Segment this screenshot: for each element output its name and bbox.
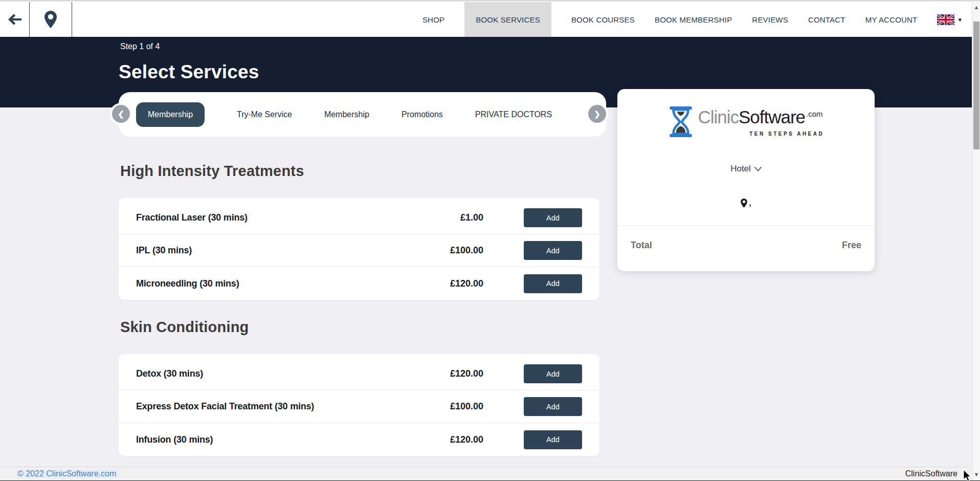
uk-flag-icon [937, 14, 954, 25]
add-service-button[interactable]: Add [524, 241, 582, 260]
chevron-down-icon [754, 167, 762, 171]
services-main: High Intensity TreatmentsFractional Lase… [119, 162, 599, 456]
tab-private-doctors[interactable]: PRIVATE DOCTORS [475, 110, 552, 119]
service-name: Fractional Laser (30 mins) [136, 212, 412, 223]
service-row-fractional-laser-30-mins-: Fractional Laser (30 mins)£1.00Add [119, 202, 599, 234]
total-label: Total [631, 240, 652, 251]
booking-summary-card: ClinicSoftware.com TEN STEPS AHEAD Hotel… [617, 89, 875, 271]
category-tabs: MembershipTry-Me ServiceMembershipPromot… [136, 102, 552, 127]
service-row-detox-30-mins-: Detox (30 mins)£120.00Add [119, 358, 599, 390]
section-title-skin-conditioning: Skin Conditioning [120, 318, 599, 336]
chevron-right-icon: ❯ [594, 110, 600, 119]
add-service-button[interactable]: Add [524, 364, 582, 383]
service-row-express-detox-facial-treatment-30-mins-: Express Detox Facial Treatment (30 mins)… [119, 390, 599, 423]
nav-item-my-account[interactable]: MY ACCOUNT [865, 2, 918, 37]
location-name: Hotel [730, 164, 751, 174]
add-service-button[interactable]: Add [524, 397, 582, 416]
add-service-button[interactable]: Add [524, 274, 582, 293]
tab-membership[interactable]: Membership [324, 110, 369, 119]
footer: © 2022 ClinicSoftware.com ClinicSoftware [0, 467, 980, 480]
cart-total-row: Total Free [617, 240, 875, 251]
nav-item-book-courses[interactable]: BOOK COURSES [571, 2, 635, 37]
section-title-high-intensity-treatments: High Intensity Treatments [120, 162, 599, 180]
location-dropdown[interactable]: Hotel [730, 164, 762, 174]
scroll-up-arrow[interactable]: ▲ [972, 3, 980, 11]
nav-menu: SHOPBOOK SERVICESBOOK COURSESBOOK MEMBER… [422, 2, 918, 37]
service-name: Express Detox Facial Treatment (30 mins) [136, 401, 412, 412]
footer-brand: ClinicSoftware [905, 469, 957, 478]
address-pin-icon [741, 199, 747, 208]
scrollbar-thumb[interactable] [973, 21, 979, 149]
hourglass-logo-icon [669, 106, 693, 137]
carousel-prev-button[interactable]: ❮ [112, 105, 130, 123]
service-card: Fractional Laser (30 mins)£1.00AddIPL (3… [119, 198, 599, 300]
brand-tagline: TEN STEPS AHEAD [745, 131, 822, 137]
clinicsoftware-logo: ClinicSoftware.com TEN STEPS AHEAD [669, 106, 822, 137]
clinic-address: , [741, 199, 751, 208]
service-row-microneedling-30-mins-: Microneedling (30 mins)£120.00Add [119, 267, 599, 300]
service-price: £1.00 [412, 212, 483, 223]
arrow-left-icon [8, 14, 21, 25]
nav-item-contact[interactable]: CONTACT [808, 2, 845, 37]
tab-try-me-service[interactable]: Try-Me Service [237, 110, 292, 119]
scroll-down-arrow[interactable]: ▼ [972, 470, 980, 478]
carousel-next-button[interactable]: ❯ [588, 105, 606, 123]
service-name: Detox (30 mins) [136, 368, 412, 379]
page-title: Select Services [119, 61, 259, 83]
category-tabs-bar: MembershipTry-Me ServiceMembershipPromot… [119, 92, 606, 137]
service-row-ipl-30-mins-: IPL (30 mins)£100.00Add [119, 234, 599, 267]
brand-wordmark: ClinicSoftware.com [698, 107, 822, 130]
location-pin-icon [44, 11, 57, 28]
language-selector[interactable]: ▾ [937, 14, 962, 25]
service-price: £100.00 [412, 401, 483, 412]
service-price: £120.00 [412, 278, 483, 289]
tab-membership[interactable]: Membership [136, 102, 205, 127]
footer-copyright-link[interactable]: © 2022 ClinicSoftware.com [16, 469, 119, 479]
location-button[interactable] [30, 2, 72, 37]
language-caret-icon: ▾ [958, 16, 962, 24]
nav-item-reviews[interactable]: REVIEWS [752, 2, 788, 37]
address-text: , [749, 199, 751, 208]
add-service-button[interactable]: Add [524, 430, 582, 449]
service-card: Detox (30 mins)£120.00AddExpress Detox F… [119, 354, 599, 456]
total-value: Free [842, 240, 861, 251]
chevron-left-icon: ❮ [118, 110, 124, 119]
service-name: Microneedling (30 mins) [136, 278, 412, 289]
nav-item-book-services[interactable]: BOOK SERVICES [464, 2, 551, 37]
service-name: IPL (30 mins) [136, 245, 412, 256]
service-price: £120.00 [412, 368, 483, 379]
vertical-scrollbar[interactable]: ▲ ▼ [972, 1, 980, 480]
top-navbar: SHOPBOOK SERVICESBOOK COURSESBOOK MEMBER… [0, 2, 980, 37]
nav-item-shop[interactable]: SHOP [422, 2, 444, 37]
service-name: Infusion (30 mins) [136, 434, 412, 445]
cart-divider [617, 225, 875, 226]
service-price: £100.00 [412, 245, 483, 256]
nav-item-book-membership[interactable]: BOOK MEMBERSHIP [655, 2, 732, 37]
mouse-cursor [963, 470, 972, 481]
add-service-button[interactable]: Add [524, 208, 582, 227]
service-row-infusion-30-mins-: Infusion (30 mins)£120.00Add [119, 423, 599, 456]
step-indicator: Step 1 of 4 [120, 42, 160, 51]
back-button[interactable] [0, 2, 30, 37]
service-price: £120.00 [412, 434, 483, 445]
tab-promotions[interactable]: Promotions [402, 110, 443, 119]
